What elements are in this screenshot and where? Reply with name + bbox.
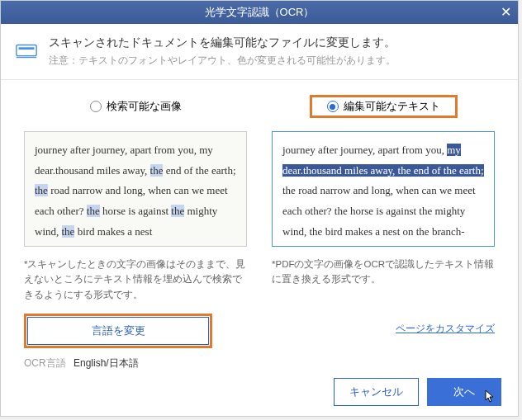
- customize-row: ページをカスタマイズ: [272, 320, 495, 336]
- svg-rect-0: [17, 45, 36, 56]
- radio-on-icon[interactable]: [327, 101, 339, 112]
- preview-editable[interactable]: journey after journey, apart from you, m…: [272, 131, 495, 247]
- dialog-title: 光学文字認識（OCR）: [205, 5, 315, 20]
- change-language-button[interactable]: 言語を変更: [27, 317, 209, 345]
- ocr-lang-row: OCR言語 English/日本語: [24, 356, 247, 370]
- desc-editable: *PDFの文字の画像をOCRで認識したテキスト情報に置き換える形式です。: [272, 257, 495, 287]
- radio-off-icon: [90, 101, 102, 112]
- radio-searchable[interactable]: 検索可能な画像: [24, 95, 247, 118]
- ocr-lang-value: English/日本語: [74, 357, 139, 369]
- header-title: スキャンされたドキュメントを編集可能なファイルに変更します。: [49, 35, 501, 50]
- header-note: 注意：テキストのフォントやレイアウト、色が変更される可能性があります。: [49, 54, 501, 68]
- cursor-icon: [482, 389, 496, 408]
- cancel-button[interactable]: キャンセル: [334, 378, 419, 406]
- titlebar: 光学文字認識（OCR） ✕: [1, 1, 518, 24]
- svg-rect-1: [19, 47, 35, 50]
- radio-searchable-label: 検索可能な画像: [107, 99, 182, 114]
- header: スキャンされたドキュメントを編集可能なファイルに変更します。 注意：テキストのフ…: [1, 24, 518, 80]
- next-button[interactable]: 次へ: [427, 378, 501, 406]
- radio-editable-wrap: 編集可能なテキスト: [272, 95, 495, 118]
- radio-editable-label[interactable]: 編集可能なテキスト: [344, 99, 440, 114]
- col-editable: 編集可能なテキスト journey after journey, apart f…: [272, 95, 495, 370]
- scanner-icon: [14, 39, 39, 64]
- highlight-radio-editable: 編集可能なテキスト: [310, 95, 458, 118]
- preview-searchable: journey after journey, apart from you, m…: [24, 131, 247, 247]
- next-button-label: 次へ: [453, 385, 475, 398]
- content: 検索可能な画像 journey after journey, apart fro…: [1, 80, 518, 379]
- ocr-dialog: 光学文字認識（OCR） ✕ スキャンされたドキュメントを編集可能なファイルに変更…: [0, 0, 519, 417]
- col-searchable: 検索可能な画像 journey after journey, apart fro…: [24, 95, 247, 370]
- customize-pages-link[interactable]: ページをカスタマイズ: [396, 323, 495, 334]
- ocr-lang-label: OCR言語: [24, 357, 66, 369]
- highlight-lang-button: 言語を変更: [24, 314, 212, 348]
- close-icon[interactable]: ✕: [498, 4, 513, 20]
- desc-searchable: *スキャンしたときの文字の画像はそのままで、見えないところにテキスト情報を埋め込…: [24, 257, 247, 302]
- footer: キャンセル 次へ: [334, 378, 501, 406]
